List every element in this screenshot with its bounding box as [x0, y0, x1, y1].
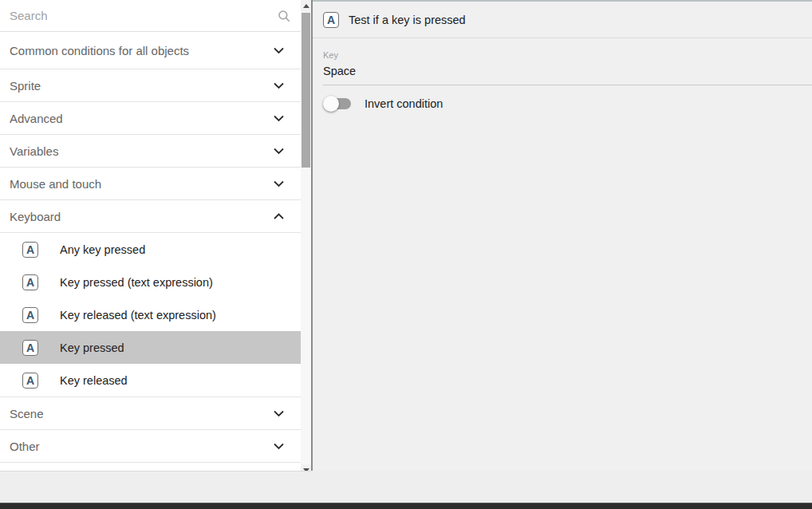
condition-detail-panel: A Test if a key is pressed Key Space Inv… [313, 0, 812, 471]
condition-item-label: Key pressed (text expression) [60, 276, 213, 289]
dialog-footer [0, 471, 812, 503]
condition-item-key-released-text-expression[interactable]: A Key released (text expression) [0, 298, 301, 331]
invert-condition-toggle[interactable] [325, 98, 351, 109]
invert-condition-row: Invert condition [325, 97, 812, 110]
category-label: Advanced [10, 112, 63, 125]
key-field: Key Space [323, 50, 812, 85]
category-label: Mouse and touch [10, 177, 101, 191]
search-input[interactable] [10, 9, 277, 22]
keyboard-condition-icon: A [22, 340, 38, 356]
chevron-down-icon [274, 410, 284, 417]
category-label: Sprite [10, 79, 41, 93]
chevron-down-icon [274, 443, 284, 450]
sidebar-category-scene[interactable]: Scene [0, 397, 301, 430]
sidebar-category-other[interactable]: Other [0, 430, 301, 463]
category-label: Variables [10, 144, 58, 158]
window-bottom-bar [0, 503, 812, 509]
sidebar-category-common-conditions[interactable]: Common conditions for all objects [0, 32, 301, 69]
condition-item-label: Key pressed [60, 341, 124, 354]
toggle-knob[interactable] [323, 96, 339, 112]
chevron-down-icon [274, 148, 284, 155]
chevron-down-icon [274, 82, 284, 89]
chevron-up-icon [274, 213, 284, 220]
category-label: Other [10, 440, 40, 453]
category-label: Scene [10, 407, 44, 420]
category-label: Common conditions for all objects [10, 44, 189, 57]
keyboard-items-group: A Any key pressed A Key pressed (text ex… [0, 233, 301, 397]
condition-detail-header: A Test if a key is pressed [313, 2, 812, 38]
condition-list-sidebar: Common conditions for all objects Sprite… [0, 0, 301, 471]
triangle-up-icon [303, 4, 309, 8]
condition-item-label: Key released (text expression) [60, 309, 216, 322]
condition-item-any-key-pressed[interactable]: A Any key pressed [0, 233, 301, 266]
key-field-label: Key [323, 50, 812, 60]
chevron-down-icon [274, 180, 284, 187]
condition-item-key-released[interactable]: A Key released [0, 364, 301, 397]
search-bar [0, 0, 301, 32]
condition-item-key-pressed-text-expression[interactable]: A Key pressed (text expression) [0, 266, 301, 298]
category-label: Keyboard [10, 210, 61, 223]
chevron-down-icon [274, 115, 284, 122]
condition-item-label: Key released [60, 374, 128, 387]
condition-item-label: Any key pressed [60, 243, 145, 256]
sidebar-category-keyboard[interactable]: Keyboard [0, 200, 301, 233]
condition-editor-dialog: Common conditions for all objects Sprite… [0, 0, 812, 509]
invert-condition-label: Invert condition [365, 97, 443, 110]
keyboard-condition-icon: A [22, 274, 38, 290]
keyboard-condition-icon: A [22, 242, 38, 258]
sidebar-category-variables[interactable]: Variables [0, 135, 301, 168]
search-icon [277, 9, 291, 23]
scroll-up-button[interactable] [301, 0, 311, 12]
sidebar-category-mouse-and-touch[interactable]: Mouse and touch [0, 168, 301, 200]
keyboard-condition-icon: A [22, 373, 38, 389]
keyboard-condition-icon: A [323, 12, 339, 28]
chevron-down-icon [274, 47, 284, 54]
sidebar-category-advanced[interactable]: Advanced [0, 102, 301, 135]
sidebar-category-sprite[interactable]: Sprite [0, 69, 301, 102]
condition-item-key-pressed[interactable]: A Key pressed [0, 331, 301, 364]
condition-title: Test if a key is pressed [349, 14, 466, 26]
sidebar-scrollbar[interactable] [301, 0, 311, 476]
keyboard-condition-icon: A [22, 307, 38, 323]
scrollbar-thumb[interactable] [302, 13, 310, 168]
key-field-value[interactable]: Space [323, 60, 812, 85]
